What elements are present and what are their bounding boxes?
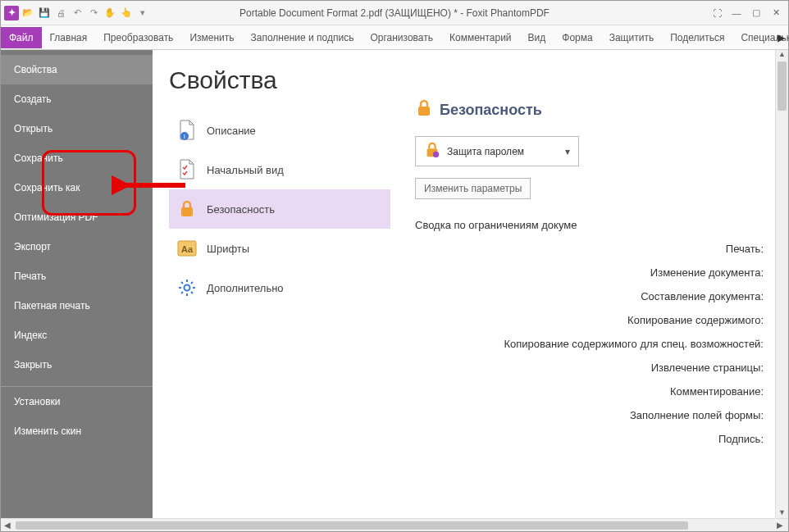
cat-advanced[interactable]: Дополнительно xyxy=(169,268,390,307)
menu-skin[interactable]: Изменить скин xyxy=(1,416,153,446)
cat-label: Дополнительно xyxy=(207,282,284,294)
svg-rect-15 xyxy=(418,107,430,116)
tab-main[interactable]: Главная xyxy=(42,27,96,48)
properties-panel: Свойства i Описание Начальный вид xyxy=(153,50,788,518)
expand-icon[interactable]: ⛶ xyxy=(708,6,726,20)
lock-person-icon xyxy=(424,142,440,161)
restriction-row: Заполнение полей формы: xyxy=(415,409,772,421)
restrictions-summary-title: Сводка по ограничениям докуме xyxy=(415,219,772,231)
svg-text:Aa: Aa xyxy=(181,244,194,254)
menu-open[interactable]: Открыть xyxy=(1,114,153,143)
open-icon[interactable]: 📂 xyxy=(21,6,35,20)
checklist-icon xyxy=(177,160,197,180)
touch-icon[interactable]: 👆 xyxy=(119,6,134,20)
scroll-left-icon[interactable]: ◀ xyxy=(1,521,14,530)
ribbon-tabs: Файл Главная Преобразовать Изменить Запо… xyxy=(1,25,788,50)
restriction-row: Изменение документа: xyxy=(415,266,772,279)
change-settings-button[interactable]: Изменить параметры xyxy=(415,178,531,199)
chevron-down-icon: ▾ xyxy=(565,146,570,157)
dropdown-icon[interactable]: ▾ xyxy=(135,6,150,20)
min-icon[interactable]: ― xyxy=(727,6,746,20)
file-menu: Свойства Создать Открыть Сохранить Сохра… xyxy=(1,50,153,518)
tab-fillsign[interactable]: Заполнение и подпись xyxy=(243,27,363,48)
menu-save[interactable]: Сохранить xyxy=(1,143,153,173)
max-icon[interactable]: ▢ xyxy=(747,6,765,20)
restriction-row: Копирование содержимого: xyxy=(415,314,772,326)
scroll-right-icon[interactable]: ▶ xyxy=(773,521,787,530)
cat-initialview[interactable]: Начальный вид xyxy=(169,150,390,189)
svg-line-14 xyxy=(191,282,193,284)
restriction-row: Составление документа: xyxy=(415,290,772,302)
tab-file[interactable]: Файл xyxy=(1,27,42,48)
font-icon: Aa xyxy=(177,239,197,258)
svg-rect-3 xyxy=(181,207,193,216)
menu-properties[interactable]: Свойства xyxy=(1,55,153,84)
gear-icon xyxy=(177,278,197,298)
undo-icon[interactable]: ↶ xyxy=(70,6,84,20)
menu-settings[interactable]: Установки xyxy=(1,386,153,416)
security-heading: Безопасность xyxy=(440,102,542,119)
redo-icon[interactable]: ↷ xyxy=(86,6,101,20)
document-info-icon: i xyxy=(177,120,197,140)
tab-protect[interactable]: Защитить xyxy=(601,27,662,48)
tab-view[interactable]: Вид xyxy=(520,27,554,48)
app-icon: ✦ xyxy=(4,6,19,20)
menu-export[interactable]: Экспорт xyxy=(1,232,153,261)
scroll-thumb[interactable] xyxy=(778,61,787,111)
svg-point-6 xyxy=(185,285,190,291)
save-icon[interactable]: 💾 xyxy=(37,6,52,20)
tab-edit[interactable]: Изменить xyxy=(181,27,242,48)
restriction-row: Копирование содержимого для спец. возмож… xyxy=(415,338,772,350)
menu-saveas[interactable]: Сохранить как xyxy=(1,173,153,202)
menu-index[interactable]: Индекс xyxy=(1,321,153,350)
restriction-row: Подпись: xyxy=(415,433,772,445)
restrictions-list: Печать: Изменение документа: Составление… xyxy=(415,243,772,445)
tab-organize[interactable]: Организовать xyxy=(362,27,441,48)
menu-print[interactable]: Печать xyxy=(1,261,153,291)
horizontal-scrollbar[interactable]: ◀ ▶ xyxy=(1,518,788,531)
restriction-row: Извлечение страницы: xyxy=(415,361,772,374)
cat-label: Описание xyxy=(207,125,256,137)
menu-optimize[interactable]: Оптимизация PDF xyxy=(1,202,153,232)
close-icon[interactable]: ✕ xyxy=(767,6,785,20)
svg-point-17 xyxy=(433,152,439,157)
menu-create[interactable]: Создать xyxy=(1,84,153,114)
tab-form[interactable]: Форма xyxy=(554,27,600,48)
vertical-scrollbar[interactable]: ▲ ▼ xyxy=(775,50,788,518)
properties-heading: Свойства xyxy=(169,66,390,94)
cat-description[interactable]: i Описание xyxy=(169,111,390,150)
svg-line-13 xyxy=(181,292,183,293)
scroll-thumb[interactable] xyxy=(16,521,688,530)
security-method-value: Защита паролем xyxy=(447,146,524,157)
menu-close[interactable]: Закрыть xyxy=(1,350,153,380)
svg-text:i: i xyxy=(184,133,185,140)
svg-line-12 xyxy=(191,292,193,293)
tab-convert[interactable]: Преобразовать xyxy=(95,27,181,48)
tab-share[interactable]: Поделиться xyxy=(662,27,732,48)
title-bar: ✦ 📂 💾 🖨 ↶ ↷ ✋ 👆 ▾ Portable Document Form… xyxy=(1,1,788,25)
restriction-row: Комментирование: xyxy=(415,385,772,398)
padlock-icon xyxy=(415,99,433,121)
cat-security[interactable]: Безопасность xyxy=(169,189,390,229)
svg-line-11 xyxy=(181,282,183,284)
print-icon[interactable]: 🖨 xyxy=(53,6,68,20)
lock-icon xyxy=(177,199,197,219)
cat-label: Начальный вид xyxy=(207,164,284,176)
cat-label: Безопасность xyxy=(207,203,275,216)
cat-fonts[interactable]: Aa Шрифты xyxy=(169,229,390,268)
menu-batchprint[interactable]: Пакетная печать xyxy=(1,291,153,321)
ribbon-overflow-icon[interactable]: ▶ xyxy=(778,32,785,43)
security-method-select[interactable]: Защита паролем ▾ xyxy=(415,136,579,166)
cat-label: Шрифты xyxy=(207,243,249,255)
tab-comment[interactable]: Комментарий xyxy=(441,27,520,48)
window-title: Portable Document Format 2.pdf (ЗАЩИЩЕНО… xyxy=(239,7,550,19)
restriction-row: Печать: xyxy=(415,243,772,255)
hand-icon[interactable]: ✋ xyxy=(103,6,117,20)
